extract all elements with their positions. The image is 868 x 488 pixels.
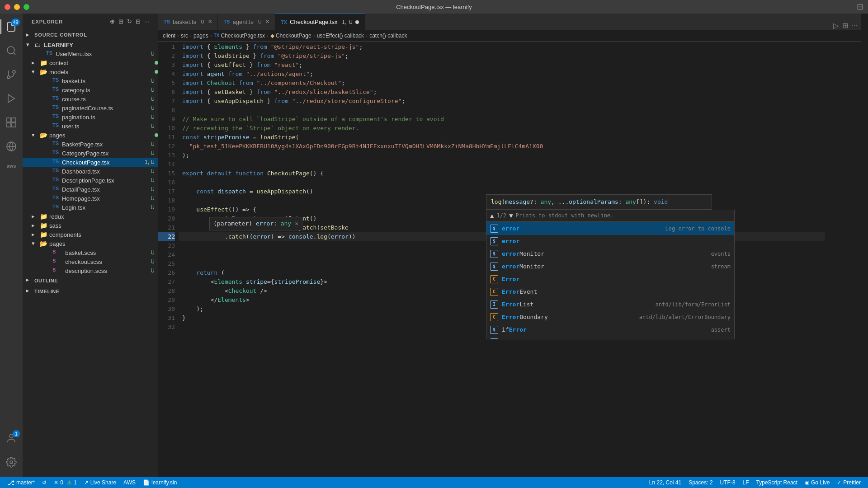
- activity-source-control[interactable]: [0, 64, 22, 85]
- sidebar-item-paginated-ts[interactable]: TS paginatedCourse.ts U: [23, 103, 158, 113]
- sidebar-item-learnify[interactable]: 🗂 LEARNIFY: [23, 40, 158, 49]
- code-line-11: const stripePromise = loadStripe(: [179, 133, 825, 142]
- sidebar-item-source-control[interactable]: SOURCE CONTROL: [23, 29, 158, 40]
- refresh-icon[interactable]: ↻: [127, 18, 132, 25]
- sidebar-section-outline[interactable]: OUTLINE: [23, 275, 158, 286]
- sidebar-item-category-page[interactable]: TS CategoryPage.tsx U: [23, 149, 158, 158]
- status-project[interactable]: 📄 learnify.sln: [139, 477, 180, 488]
- sidebar-item-detail-page[interactable]: TS DetailPage.tsx U: [23, 185, 158, 194]
- sidebar-item-category-ts[interactable]: TS category.ts U: [23, 85, 158, 94]
- new-file-icon[interactable]: ⊕: [110, 18, 115, 25]
- sidebar-item-basket-scss[interactable]: S _basket.scss U: [23, 248, 158, 257]
- ac-item-errormonitor-1[interactable]: $ errorMonitor events: [486, 248, 734, 260]
- breadcrumb-file[interactable]: TXCheckoutPage.tsx: [214, 33, 265, 39]
- activity-explorer[interactable]: 49: [0, 16, 22, 38]
- agent-ts-close[interactable]: ×: [265, 18, 269, 26]
- tab-basket-ts[interactable]: TS basket.ts U ×: [158, 14, 218, 30]
- param-close-button[interactable]: ✕: [295, 219, 298, 228]
- status-aws[interactable]: AWS: [120, 477, 139, 488]
- breadcrumb-pages[interactable]: pages: [193, 33, 208, 39]
- sidebar-section-timeline[interactable]: TIMELINE: [23, 286, 158, 297]
- code-content[interactable]: import { Elements } from "@stripe/react-…: [179, 42, 825, 477]
- sync-icon: ↺: [42, 479, 47, 486]
- ac-detail-ErrorBoundary: antd/lib/alert/ErrorBoundary: [639, 313, 731, 322]
- context-chevron: [32, 59, 39, 66]
- tab-agent-ts[interactable]: TS agent.ts U ×: [218, 14, 275, 30]
- more-actions-icon[interactable]: ···: [852, 22, 858, 30]
- sidebar-item-login[interactable]: TS Login.tsx U: [23, 203, 158, 212]
- sidebar-item-basket-page[interactable]: TS BasketPage.tsx U: [23, 140, 158, 149]
- ac-item-isError[interactable]: $ isError: [486, 336, 734, 339]
- status-spaces[interactable]: Spaces: 2: [685, 479, 716, 486]
- status-liveshare[interactable]: ↗ Live Share: [80, 477, 120, 488]
- sidebar-item-course-ts[interactable]: TS course.ts U: [23, 94, 158, 103]
- ac-item-error-2[interactable]: $ error: [486, 235, 734, 248]
- activity-settings[interactable]: [0, 451, 22, 473]
- sidebar-item-sass-pages[interactable]: 📂 pages: [23, 239, 158, 248]
- code-line-5: import Checkout from "../components/Chec…: [179, 79, 825, 88]
- sidebar-item-checkout-scss[interactable]: S _checkout.scss U: [23, 257, 158, 266]
- breadcrumb-component[interactable]: ◆CheckoutPage: [270, 33, 311, 39]
- activity-remote[interactable]: [0, 136, 22, 157]
- ac-item-ErrorBoundary[interactable]: C ErrorBoundary antd/lib/alert/ErrorBoun…: [486, 311, 734, 324]
- sidebar-item-description-scss[interactable]: S _description.scss U: [23, 266, 158, 275]
- sidebar-item-components[interactable]: 📁 components: [23, 230, 158, 239]
- basket-ts-close[interactable]: ×: [208, 18, 212, 26]
- sidebar-item-checkout-page[interactable]: TS CheckoutPage.tsx 1, U: [23, 158, 158, 167]
- ac-label-ErrorEvent: ErrorEvent: [502, 287, 727, 296]
- breadcrumb-src[interactable]: src: [181, 33, 188, 39]
- run-icon[interactable]: ▷: [833, 21, 839, 30]
- tooltip-prev[interactable]: ▲: [490, 211, 494, 220]
- status-errors[interactable]: ✕ 0 ⚠ 1: [50, 477, 80, 488]
- ac-detail-errormonitor-2: stream: [711, 262, 731, 271]
- user-ts-icon: TS: [52, 122, 60, 130]
- activity-extensions[interactable]: [0, 112, 22, 133]
- sidebar-item-description-page[interactable]: TS DescriptionPage.tsx U: [23, 176, 158, 185]
- sidebar-item-homepage[interactable]: TS Homepage.tsx U: [23, 194, 158, 203]
- sidebar-item-pagination-ts[interactable]: TS pagination.ts U: [23, 113, 158, 122]
- sidebar-item-basket-ts[interactable]: TS basket.ts U: [23, 76, 158, 85]
- status-golive[interactable]: ◉ Go Live: [801, 479, 833, 486]
- ac-item-Error[interactable]: C Error: [486, 273, 734, 286]
- svg-marker-5: [8, 94, 14, 103]
- window-title: CheckoutPage.tsx — learnify: [396, 4, 472, 10]
- status-position[interactable]: Ln 22, Col 41: [646, 479, 685, 486]
- status-language[interactable]: TypeScript React: [753, 479, 801, 486]
- breadcrumb-client[interactable]: client: [163, 33, 175, 39]
- sidebar-item-user-ts[interactable]: TS user.ts U: [23, 122, 158, 131]
- status-encoding[interactable]: UTF-8: [717, 479, 739, 486]
- activity-search[interactable]: [0, 40, 22, 61]
- breadcrumb-useeffect[interactable]: useEffect() callback: [317, 33, 364, 39]
- activity-accounts[interactable]: 1: [0, 427, 22, 449]
- ac-item-errormonitor-2[interactable]: $ errorMonitor stream: [486, 260, 734, 273]
- breadcrumb-catch[interactable]: catch() callback: [369, 33, 407, 39]
- ac-item-ifError[interactable]: $ ifError assert: [486, 324, 734, 336]
- ac-item-ErrorEvent[interactable]: C ErrorEvent: [486, 286, 734, 298]
- new-folder-icon[interactable]: ⊞: [118, 18, 123, 25]
- sidebar-item-redux[interactable]: 📁 redux: [23, 212, 158, 221]
- category-page-icon: TS: [52, 150, 60, 157]
- ac-item-error-selected[interactable]: $ error Log error to console: [486, 222, 734, 235]
- collapse-icon[interactable]: ⊟: [136, 18, 141, 25]
- sidebar-item-sass[interactable]: 📁 sass: [23, 221, 158, 230]
- split-editor-icon[interactable]: ⊞: [842, 21, 848, 30]
- minimize-button[interactable]: [14, 4, 20, 10]
- status-sync[interactable]: ↺: [38, 477, 50, 488]
- more-icon[interactable]: ···: [144, 18, 149, 25]
- ac-item-ErrorList[interactable]: I ErrorList antd/lib/form/ErrorList: [486, 298, 734, 311]
- sidebar-item-usermenu[interactable]: TS UserMenu.tsx U: [23, 49, 158, 58]
- tooltip-desc: Prints to stdout with newline.: [516, 211, 614, 220]
- sidebar-item-models[interactable]: 📂 models: [23, 67, 158, 76]
- close-button[interactable]: [5, 4, 10, 10]
- tooltip-next[interactable]: ▼: [509, 211, 513, 220]
- sidebar-item-context[interactable]: 📁 context: [23, 58, 158, 67]
- sidebar-item-dashboard[interactable]: TS Dashboard.tsx U: [23, 167, 158, 176]
- tab-checkout-page[interactable]: TX CheckoutPage.tsx 1, U: [275, 14, 365, 30]
- status-line-ending[interactable]: LF: [739, 479, 753, 486]
- sidebar-item-pages[interactable]: 📂 pages: [23, 131, 158, 140]
- activity-run[interactable]: [0, 88, 22, 109]
- code-editor: 12345 678910 1112131415 1617181920 2122 …: [158, 42, 861, 477]
- maximize-button[interactable]: [24, 4, 29, 10]
- status-prettier[interactable]: ✓ Prettier: [833, 479, 864, 486]
- status-branch[interactable]: ⎇ master*: [4, 477, 38, 488]
